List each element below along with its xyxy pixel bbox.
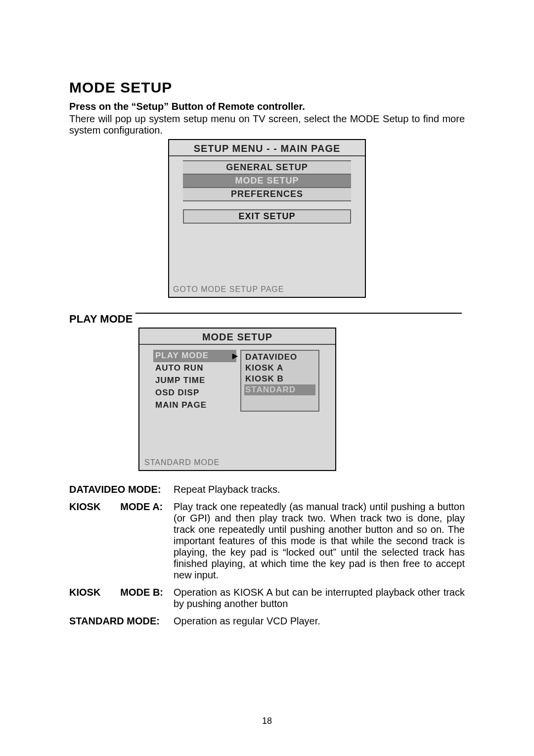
osd2-left-column: PLAY MODE ▶ AUTO RUN JUMP TIME OSD DISP … — [153, 350, 236, 412]
osd2-right-item-datavideo: DATAVIDEO — [244, 352, 315, 363]
osd2-left-item-auto-run: AUTO RUN — [153, 362, 236, 375]
osd2-left-item-label: PLAY MODE — [155, 351, 209, 361]
osd-menu-item-mode-setup: MODE SETUP — [183, 174, 352, 188]
osd2-right-item-standard: STANDARD — [244, 384, 315, 395]
triangle-right-icon: ▶ — [232, 352, 238, 360]
instruction-bold: Press on the “Setup” Button of Remote co… — [69, 101, 465, 112]
page-number: 18 — [0, 716, 534, 726]
page-title: MODE SETUP — [69, 79, 465, 96]
osd-menu-item-exit-setup: EXIT SETUP — [183, 209, 352, 224]
def-label-kiosk-b: KIOSK MODE B: — [69, 584, 174, 613]
mode-definitions-table: DATAVIDEO MODE: Repeat Playback tracks. … — [69, 481, 465, 630]
instruction-body: There will pop up system setup menu on T… — [69, 113, 465, 136]
def-desc-datavideo: Repeat Playback tracks. — [174, 481, 465, 498]
osd2-title: MODE SETUP — [139, 329, 335, 345]
play-mode-heading-row: PLAY MODE — [69, 313, 465, 326]
def-label-datavideo: DATAVIDEO MODE: — [69, 481, 174, 498]
osd2-right-item-kiosk-b: KIOSK B — [244, 374, 315, 384]
osd2-footnote: STANDARD MODE — [139, 456, 335, 470]
table-row: DATAVIDEO MODE: Repeat Playback tracks. — [69, 481, 465, 498]
horizontal-rule — [135, 313, 462, 314]
osd-menu-item-preferences: PREFERENCES — [183, 187, 352, 201]
osd2-left-item-play-mode: PLAY MODE ▶ — [153, 350, 236, 362]
osd-menu-item-general-setup: GENERAL SETUP — [183, 160, 352, 175]
osd2-right-item-kiosk-a: KIOSK A — [244, 363, 315, 374]
osd-footnote: GOTO MODE SETUP PAGE — [169, 283, 365, 297]
def-desc-kiosk-a: Play track one repeatedly (as manual tra… — [174, 498, 465, 584]
play-mode-heading: PLAY MODE — [69, 313, 133, 326]
osd2-right-column: DATAVIDEO KIOSK A KIOSK B STANDARD — [240, 350, 319, 412]
osd2-left-item-main-page: MAIN PAGE — [153, 399, 236, 412]
def-desc-kiosk-b: Operation as KIOSK A but can be interrup… — [174, 584, 465, 613]
osd-mode-setup-screenshot: MODE SETUP PLAY MODE ▶ AUTO RUN JUMP TIM… — [138, 328, 336, 471]
table-row: KIOSK MODE A: Play track one repeatedly … — [69, 498, 465, 584]
osd2-left-item-osd-disp: OSD DISP — [153, 387, 236, 399]
table-row: KIOSK MODE B: Operation as KIOSK A but c… — [69, 584, 465, 613]
osd-menu-list: GENERAL SETUP MODE SETUP PREFERENCES EXI… — [183, 160, 352, 224]
def-label-standard: STANDARD MODE: — [69, 613, 174, 630]
manual-page: MODE SETUP Press on the “Setup” Button o… — [0, 0, 534, 756]
def-desc-standard: Operation as regular VCD Player. — [174, 613, 465, 630]
table-row: STANDARD MODE: Operation as regular VCD … — [69, 613, 465, 630]
osd2-left-item-jump-time: JUMP TIME — [153, 375, 236, 387]
def-label-kiosk-a: KIOSK MODE A: — [69, 498, 174, 584]
osd-main-page-screenshot: SETUP MENU - - MAIN PAGE GENERAL SETUP M… — [168, 139, 366, 298]
osd-title: SETUP MENU - - MAIN PAGE — [169, 140, 365, 156]
